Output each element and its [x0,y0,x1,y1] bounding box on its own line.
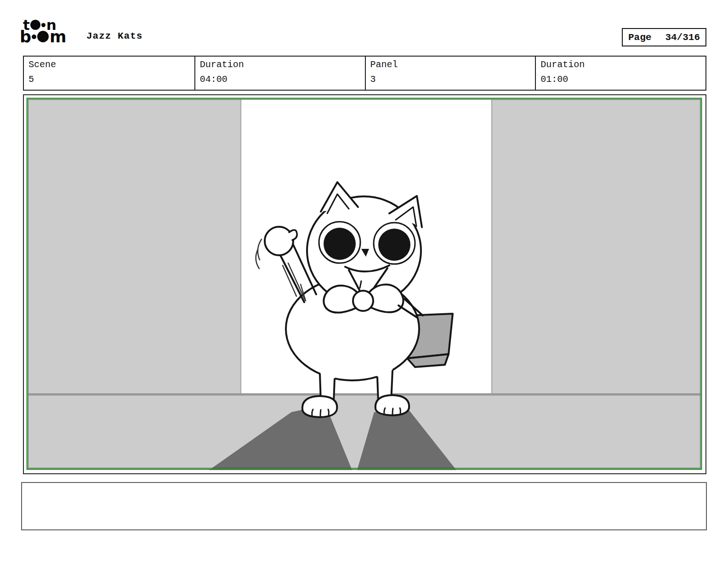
panel-cell: Panel 3 [365,57,535,90]
logo-dot-icon [41,23,46,27]
panel-label: Panel [370,59,531,70]
scene-value: 5 [28,74,190,85]
toonboom-logo: t n b m [23,19,66,43]
logo-dot-icon [32,34,36,39]
scene-duration-cell: Duration 04:00 [194,57,365,90]
page-indicator: Page 34/316 [622,28,706,46]
logo-dot-icon [37,31,49,42]
duration-value: 04:00 [200,74,360,85]
cat-paw [265,227,293,255]
scene-label: Scene [28,59,190,70]
left-wall [28,99,241,395]
caption-box [21,482,707,530]
project-title: Jazz Kats [86,31,142,41]
page-number: 34/316 [665,32,700,43]
storyboard-drawing [26,98,703,471]
logo-row-bottom: b m [20,30,66,43]
duration-label: Duration [540,59,701,70]
scene-cell: Scene 5 [24,57,194,90]
panel-duration-cell: Duration 01:00 [535,57,705,90]
logo-letter: m [50,30,66,43]
floor-line [28,393,700,396]
cat-foot-left [302,396,337,417]
storyboard-panel [23,94,706,474]
logo-letter: b [20,30,31,43]
panel-info-table: Scene 5 Duration 04:00 Panel 3 Duration … [23,56,706,91]
panel-value: 3 [370,74,531,85]
duration-label: Duration [200,59,360,70]
duration-value: 01:00 [540,74,701,85]
cat-foot-right [375,395,409,415]
logo-dot-icon [30,20,40,30]
right-wall [491,99,700,395]
page-label: Page [628,32,651,43]
